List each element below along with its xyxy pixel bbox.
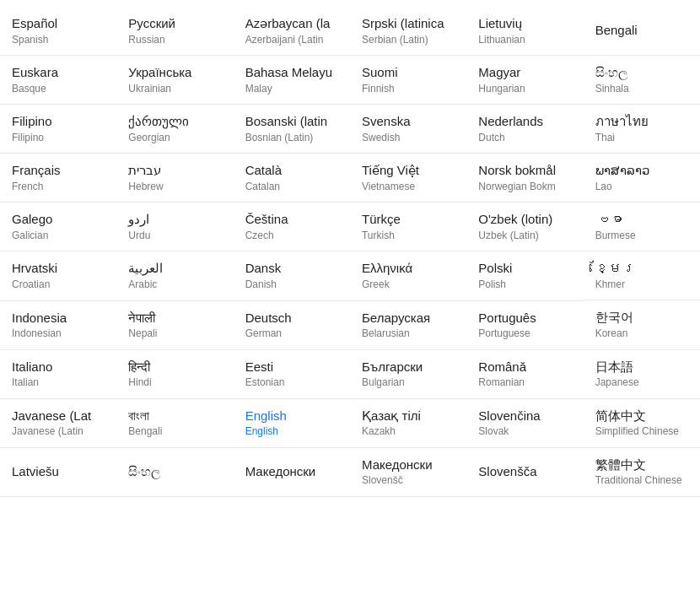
- language-item[interactable]: HrvatskiCroatian: [0, 251, 116, 300]
- language-item[interactable]: বাংলাBengali: [116, 399, 233, 448]
- language-native-name: Eesti: [245, 359, 338, 376]
- language-native-name: Azərbaycan (la: [245, 15, 338, 32]
- language-item[interactable]: Javanese (LatJavanese (Latin: [0, 399, 116, 448]
- language-column-3: Azərbaycan (laAzerbaijani (LatinBahasa M…: [234, 7, 350, 497]
- language-item[interactable]: ქართულიGeorgian: [116, 105, 233, 154]
- language-item[interactable]: МакедонскиSlovenšč: [350, 448, 466, 497]
- language-english-name: Georgian: [128, 132, 221, 145]
- language-item[interactable]: ဗမာBurmese: [584, 203, 700, 251]
- language-item[interactable]: ΕλληνικάGreek: [350, 251, 466, 300]
- language-english-name: Dutch: [478, 132, 571, 145]
- language-item[interactable]: 繁體中文Traditional Chinese: [584, 448, 700, 497]
- language-item[interactable]: עבריתHebrew: [116, 154, 233, 203]
- language-item[interactable]: NederlandsDutch: [466, 105, 583, 154]
- language-item[interactable]: SuomiFinnish: [350, 56, 466, 105]
- language-native-name: Svenska: [362, 113, 455, 130]
- language-item[interactable]: Қазақ тіліKazakh: [350, 399, 466, 448]
- language-item[interactable]: LietuviųLithuanian: [466, 7, 583, 56]
- language-item[interactable]: GalegoGalician: [0, 203, 116, 251]
- language-item[interactable]: नेपालीNepali: [116, 301, 233, 350]
- language-english-name: Portuguese: [478, 327, 571, 341]
- language-english-name: Spanish: [12, 34, 105, 47]
- language-item[interactable]: EuskaraBasque: [0, 56, 116, 105]
- language-item[interactable]: ພາສາລາວLao: [584, 154, 700, 203]
- language-item[interactable]: हिन्दीHindi: [116, 350, 233, 399]
- language-english-name: Basque: [12, 83, 105, 96]
- language-item[interactable]: FilipinoFilipino: [0, 105, 116, 154]
- language-item[interactable]: Bahasa MelayuMalay: [234, 56, 350, 105]
- language-item[interactable]: MagyarHungarian: [466, 56, 583, 105]
- language-item[interactable]: DanskDanish: [234, 251, 350, 300]
- language-native-name: हिन्दी: [128, 359, 221, 376]
- language-native-name: Lietuvių: [478, 15, 571, 32]
- language-english-name: Polish: [478, 278, 571, 292]
- language-item[interactable]: ItalianoItalian: [0, 350, 116, 399]
- language-native-name: Suomi: [362, 64, 455, 81]
- language-item[interactable]: ខ្មែរKhmer: [584, 251, 700, 300]
- language-native-name: Filipino: [12, 113, 105, 130]
- language-item[interactable]: РусскийRussian: [116, 7, 233, 56]
- language-item[interactable]: Srpski (latinicaSerbian (Latin): [350, 7, 466, 56]
- language-english-name: Korean: [595, 327, 688, 341]
- language-item[interactable]: Tiếng ViệtVietnamese: [350, 154, 466, 203]
- language-english-name: Javanese (Latin: [12, 425, 105, 439]
- language-item[interactable]: Norsk bokmålNorwegian Bokm: [466, 154, 583, 203]
- language-item[interactable]: Македонски: [234, 448, 350, 497]
- language-item[interactable]: УкраїнськаUkrainian: [116, 56, 233, 105]
- language-column-1: EspañolSpanishEuskaraBasqueFilipinoFilip…: [0, 7, 116, 497]
- language-item[interactable]: اردوUrdu: [116, 203, 233, 251]
- language-item[interactable]: العربيةArabic: [116, 251, 233, 300]
- language-item[interactable]: CatalàCatalan: [234, 154, 350, 203]
- language-item[interactable]: DeutschGerman: [234, 301, 350, 350]
- language-item[interactable]: 한국어Korean: [584, 300, 700, 349]
- language-native-name: Galego: [12, 211, 105, 228]
- language-item[interactable]: 简体中文Simplified Chinese: [584, 399, 700, 448]
- language-native-name: English: [245, 408, 338, 424]
- language-native-name: Italiano: [12, 359, 105, 376]
- language-native-name: ქართული: [128, 113, 221, 130]
- language-item[interactable]: PortuguêsPortuguese: [466, 301, 583, 350]
- language-item[interactable]: EnglishEnglish: [234, 399, 350, 448]
- language-item[interactable]: Azərbaycan (laAzerbaijani (Latin: [234, 7, 350, 56]
- language-item[interactable]: SlovenčinaSlovak: [466, 399, 583, 448]
- language-item[interactable]: සිංහලSinhala: [584, 56, 700, 105]
- language-english-name: Vietnamese: [362, 181, 455, 194]
- language-native-name: Bahasa Melayu: [245, 64, 338, 81]
- language-native-name: Magyar: [478, 64, 571, 81]
- language-native-name: ខ្មែរ: [595, 260, 688, 277]
- language-item[interactable]: Slovenšča: [466, 448, 583, 497]
- language-item[interactable]: ภาษาไทยThai: [584, 105, 700, 154]
- language-english-name: Hebrew: [128, 181, 221, 194]
- language-english-name: Azerbaijani (Latin: [245, 34, 338, 47]
- language-english-name: Traditional Chinese: [595, 474, 688, 488]
- language-item[interactable]: SvenskaSwedish: [350, 105, 466, 154]
- language-item[interactable]: Bosanski (latinBosnian (Latin): [234, 105, 350, 154]
- language-item[interactable]: БългарскиBulgarian: [350, 350, 466, 399]
- language-item[interactable]: БеларускаяBelarusian: [350, 301, 466, 350]
- language-item[interactable]: EestiEstonian: [234, 350, 350, 399]
- language-native-name: العربية: [128, 260, 221, 277]
- language-english-name: Thai: [595, 132, 688, 145]
- language-native-name: Tiếng Việt: [362, 162, 455, 179]
- language-item[interactable]: Latviešu: [0, 448, 116, 497]
- language-english-name: Simplified Chinese: [595, 425, 688, 439]
- language-item[interactable]: RomânăRomanian: [466, 350, 583, 399]
- language-item[interactable]: Bengali: [584, 7, 700, 56]
- language-item[interactable]: සිංහල: [116, 448, 233, 497]
- language-native-name: 한국어: [595, 309, 688, 326]
- language-item[interactable]: ČeštinaCzech: [234, 203, 350, 251]
- language-item[interactable]: EspañolSpanish: [0, 7, 116, 56]
- language-english-name: Danish: [245, 278, 338, 292]
- language-item[interactable]: O'zbek (lotin)Uzbek (Latin): [466, 203, 583, 251]
- language-native-name: Norsk bokmål: [478, 162, 571, 179]
- language-native-name: Dansk: [245, 260, 338, 277]
- language-item[interactable]: 日本語Japanese: [584, 350, 700, 399]
- language-item[interactable]: PolskiPolish: [466, 251, 583, 300]
- language-native-name: Македонски: [362, 457, 455, 473]
- language-item[interactable]: FrançaisFrench: [0, 154, 116, 203]
- language-item[interactable]: IndonesiaIndonesian: [0, 301, 116, 350]
- language-native-name: اردو: [128, 211, 221, 228]
- language-item[interactable]: TürkçeTurkish: [350, 203, 466, 251]
- language-english-name: Croatian: [12, 278, 105, 292]
- language-english-name: Russian: [128, 34, 221, 47]
